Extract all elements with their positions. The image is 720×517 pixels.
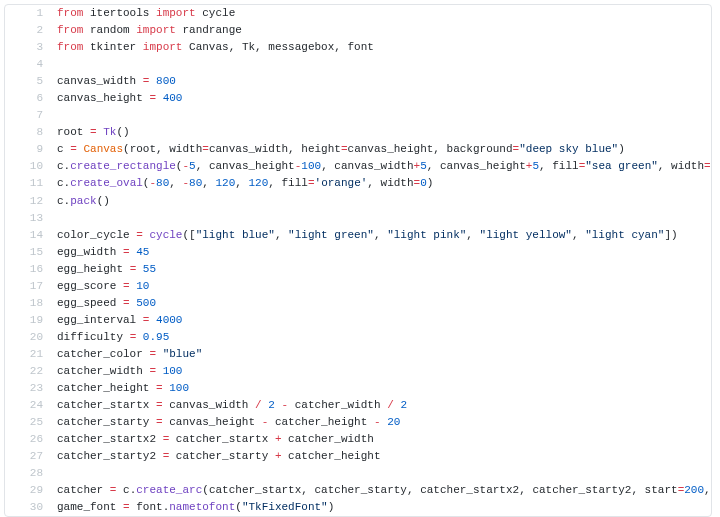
line-number: 6 bbox=[5, 90, 53, 107]
code-content[interactable]: game_font = font.nametofont("TkFixedFont… bbox=[53, 499, 711, 516]
code-content[interactable]: egg_width = 45 bbox=[53, 244, 711, 261]
line-number: 29 bbox=[5, 482, 53, 499]
code-content[interactable]: catcher_startx = canvas_width / 2 - catc… bbox=[53, 397, 711, 414]
line-number: 14 bbox=[5, 227, 53, 244]
code-content[interactable]: c = Canvas(root, width=canvas_width, hei… bbox=[53, 141, 711, 158]
line-number: 19 bbox=[5, 312, 53, 329]
line-number: 27 bbox=[5, 448, 53, 465]
code-line: 25catcher_starty = canvas_height - catch… bbox=[5, 414, 711, 431]
code-content[interactable]: egg_score = 10 bbox=[53, 278, 711, 295]
code-content[interactable] bbox=[53, 107, 711, 124]
code-line: 20difficulty = 0.95 bbox=[5, 329, 711, 346]
code-line: 24catcher_startx = canvas_width / 2 - ca… bbox=[5, 397, 711, 414]
code-content[interactable]: c.create_rectangle(-5, canvas_height-100… bbox=[53, 158, 711, 175]
code-line: 28 bbox=[5, 465, 711, 482]
code-content[interactable]: catcher_height = 100 bbox=[53, 380, 711, 397]
line-number: 22 bbox=[5, 363, 53, 380]
code-content[interactable]: c.create_oval(-80, -80, 120, 120, fill='… bbox=[53, 175, 711, 192]
code-line: 11c.create_oval(-80, -80, 120, 120, fill… bbox=[5, 175, 711, 192]
code-content[interactable]: from random import randrange bbox=[53, 22, 711, 39]
line-number: 11 bbox=[5, 175, 53, 192]
code-line: 9c = Canvas(root, width=canvas_width, he… bbox=[5, 141, 711, 158]
code-block: 1from itertools import cycle2from random… bbox=[4, 4, 712, 517]
code-line: 30game_font = font.nametofont("TkFixedFo… bbox=[5, 499, 711, 516]
code-content[interactable]: catcher_color = "blue" bbox=[53, 346, 711, 363]
code-content[interactable]: catcher_starty = canvas_height - catcher… bbox=[53, 414, 711, 431]
line-number: 4 bbox=[5, 56, 53, 73]
line-number: 7 bbox=[5, 107, 53, 124]
code-line: 15egg_width = 45 bbox=[5, 244, 711, 261]
code-line: 10c.create_rectangle(-5, canvas_height-1… bbox=[5, 158, 711, 175]
code-line: 19egg_interval = 4000 bbox=[5, 312, 711, 329]
code-content[interactable]: color_cycle = cycle(["light blue", "ligh… bbox=[53, 227, 711, 244]
line-number: 25 bbox=[5, 414, 53, 431]
code-line: 5canvas_width = 800 bbox=[5, 73, 711, 90]
line-number: 30 bbox=[5, 499, 53, 516]
code-content[interactable]: catcher_width = 100 bbox=[53, 363, 711, 380]
code-line: 23catcher_height = 100 bbox=[5, 380, 711, 397]
code-line: 16egg_height = 55 bbox=[5, 261, 711, 278]
line-number: 8 bbox=[5, 124, 53, 141]
code-line: 7 bbox=[5, 107, 711, 124]
line-number: 2 bbox=[5, 22, 53, 39]
line-number: 13 bbox=[5, 210, 53, 227]
code-line: 22catcher_width = 100 bbox=[5, 363, 711, 380]
line-number: 26 bbox=[5, 431, 53, 448]
code-line: 3from tkinter import Canvas, Tk, message… bbox=[5, 39, 711, 56]
code-line: 4 bbox=[5, 56, 711, 73]
code-content[interactable]: catcher = c.create_arc(catcher_startx, c… bbox=[53, 482, 711, 499]
line-number: 18 bbox=[5, 295, 53, 312]
code-content[interactable]: catcher_starty2 = catcher_starty + catch… bbox=[53, 448, 711, 465]
code-line: 14color_cycle = cycle(["light blue", "li… bbox=[5, 227, 711, 244]
code-line: 26catcher_startx2 = catcher_startx + cat… bbox=[5, 431, 711, 448]
code-content[interactable] bbox=[53, 210, 711, 227]
code-content[interactable]: egg_speed = 500 bbox=[53, 295, 711, 312]
code-content[interactable]: c.pack() bbox=[53, 193, 711, 210]
line-number: 23 bbox=[5, 380, 53, 397]
line-number: 10 bbox=[5, 158, 53, 175]
code-content[interactable]: canvas_height = 400 bbox=[53, 90, 711, 107]
line-number: 12 bbox=[5, 193, 53, 210]
line-number: 24 bbox=[5, 397, 53, 414]
code-line: 2from random import randrange bbox=[5, 22, 711, 39]
code-content[interactable]: catcher_startx2 = catcher_startx + catch… bbox=[53, 431, 711, 448]
code-content[interactable]: canvas_width = 800 bbox=[53, 73, 711, 90]
line-number: 16 bbox=[5, 261, 53, 278]
code-content[interactable] bbox=[53, 56, 711, 73]
code-line: 29catcher = c.create_arc(catcher_startx,… bbox=[5, 482, 711, 499]
line-number: 20 bbox=[5, 329, 53, 346]
line-number: 3 bbox=[5, 39, 53, 56]
code-line: 6canvas_height = 400 bbox=[5, 90, 711, 107]
code-content[interactable]: egg_interval = 4000 bbox=[53, 312, 711, 329]
line-number: 15 bbox=[5, 244, 53, 261]
code-line: 1from itertools import cycle bbox=[5, 5, 711, 22]
code-content[interactable] bbox=[53, 465, 711, 482]
line-number: 5 bbox=[5, 73, 53, 90]
code-line: 13 bbox=[5, 210, 711, 227]
code-line: 27catcher_starty2 = catcher_starty + cat… bbox=[5, 448, 711, 465]
line-number: 28 bbox=[5, 465, 53, 482]
line-number: 21 bbox=[5, 346, 53, 363]
code-content[interactable]: from itertools import cycle bbox=[53, 5, 711, 22]
code-content[interactable]: root = Tk() bbox=[53, 124, 711, 141]
code-line: 12c.pack() bbox=[5, 193, 711, 210]
code-line: 8root = Tk() bbox=[5, 124, 711, 141]
code-line: 21catcher_color = "blue" bbox=[5, 346, 711, 363]
line-number: 9 bbox=[5, 141, 53, 158]
code-content[interactable]: difficulty = 0.95 bbox=[53, 329, 711, 346]
code-content[interactable]: from tkinter import Canvas, Tk, messageb… bbox=[53, 39, 711, 56]
code-line: 17egg_score = 10 bbox=[5, 278, 711, 295]
code-content[interactable]: egg_height = 55 bbox=[53, 261, 711, 278]
line-number: 17 bbox=[5, 278, 53, 295]
line-number: 1 bbox=[5, 5, 53, 22]
code-line: 18egg_speed = 500 bbox=[5, 295, 711, 312]
